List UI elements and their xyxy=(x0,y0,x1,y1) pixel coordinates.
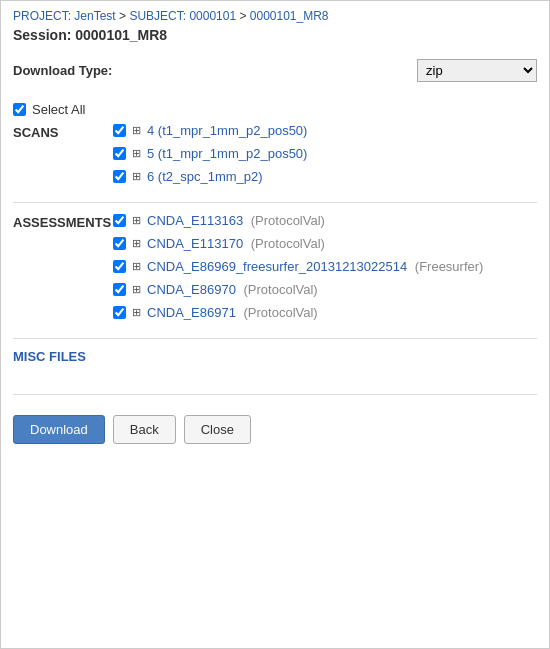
download-button[interactable]: Download xyxy=(13,415,105,444)
assessment-checkbox-2[interactable] xyxy=(113,237,126,250)
assessment-checkbox-4[interactable] xyxy=(113,283,126,296)
back-button[interactable]: Back xyxy=(113,415,176,444)
assessment-type-5: (ProtocolVal) xyxy=(240,305,318,320)
scans-label: SCANS xyxy=(13,123,113,184)
assessment-expand-1[interactable]: ⊞ xyxy=(132,214,141,227)
assessments-label: ASSESSMENTS xyxy=(13,213,113,320)
assessment-type-1: (ProtocolVal) xyxy=(247,213,325,228)
assessment-checkbox-1[interactable] xyxy=(113,214,126,227)
scan-item-1: ⊞ 4 (t1_mpr_1mm_p2_pos50) xyxy=(113,123,307,138)
scans-items: ⊞ 4 (t1_mpr_1mm_p2_pos50) ⊞ 5 (t1_mpr_1m… xyxy=(113,123,307,184)
assessment-item-3: ⊞ CNDA_E86969_freesurfer_20131213022514 … xyxy=(113,259,483,274)
assessment-link-3[interactable]: CNDA_E86969_freesurfer_20131213022514 xyxy=(147,259,407,274)
footer-buttons: Download Back Close xyxy=(13,405,537,444)
breadcrumb-subject[interactable]: SUBJECT: 0000101 xyxy=(129,9,236,23)
breadcrumb-project[interactable]: PROJECT: JenTest xyxy=(13,9,116,23)
scan-checkbox-3[interactable] xyxy=(113,170,126,183)
assessment-item-2: ⊞ CNDA_E113170 (ProtocolVal) xyxy=(113,236,483,251)
select-all-checkbox[interactable] xyxy=(13,103,26,116)
breadcrumb-session[interactable]: 0000101_MR8 xyxy=(250,9,329,23)
scans-section: SCANS ⊞ 4 (t1_mpr_1mm_p2_pos50) ⊞ 5 (t1_… xyxy=(13,123,537,184)
scan-checkbox-1[interactable] xyxy=(113,124,126,137)
divider-3 xyxy=(13,394,537,395)
breadcrumb-sep1: > xyxy=(119,9,129,23)
assessment-type-4: (ProtocolVal) xyxy=(240,282,318,297)
misc-section: MISC FILES xyxy=(13,349,537,364)
page-wrapper: PROJECT: JenTest > SUBJECT: 0000101 > 00… xyxy=(0,0,550,649)
select-all-label: Select All xyxy=(32,102,85,117)
assessment-item-4: ⊞ CNDA_E86970 (ProtocolVal) xyxy=(113,282,483,297)
assessments-section: ASSESSMENTS ⊞ CNDA_E113163 (ProtocolVal)… xyxy=(13,213,537,320)
assessment-link-5[interactable]: CNDA_E86971 xyxy=(147,305,236,320)
assessment-expand-5[interactable]: ⊞ xyxy=(132,306,141,319)
expand-icon-2[interactable]: ⊞ xyxy=(132,147,141,160)
assessment-link-2[interactable]: CNDA_E113170 xyxy=(147,236,243,251)
assessment-link-4[interactable]: CNDA_E86970 xyxy=(147,282,236,297)
session-title: Session: 0000101_MR8 xyxy=(13,27,537,43)
expand-icon-1[interactable]: ⊞ xyxy=(132,124,141,137)
misc-files-label: MISC FILES xyxy=(13,349,537,364)
assessment-checkbox-3[interactable] xyxy=(113,260,126,273)
assessment-expand-2[interactable]: ⊞ xyxy=(132,237,141,250)
select-all-row: Select All xyxy=(13,102,537,117)
assessment-link-1[interactable]: CNDA_E113163 xyxy=(147,213,243,228)
divider-1 xyxy=(13,202,537,203)
assessment-item-5: ⊞ CNDA_E86971 (ProtocolVal) xyxy=(113,305,483,320)
breadcrumb-sep2: > xyxy=(239,9,249,23)
scan-link-1[interactable]: 4 (t1_mpr_1mm_p2_pos50) xyxy=(147,123,307,138)
close-button[interactable]: Close xyxy=(184,415,251,444)
assessment-expand-4[interactable]: ⊞ xyxy=(132,283,141,296)
scan-item-2: ⊞ 5 (t1_mpr_1mm_p2_pos50) xyxy=(113,146,307,161)
scan-item-3: ⊞ 6 (t2_spc_1mm_p2) xyxy=(113,169,307,184)
assessment-type-2: (ProtocolVal) xyxy=(247,236,325,251)
download-type-row: Download Type: zip tar.gz xyxy=(13,59,537,82)
scan-link-3[interactable]: 6 (t2_spc_1mm_p2) xyxy=(147,169,263,184)
download-type-select[interactable]: zip tar.gz xyxy=(417,59,537,82)
expand-icon-3[interactable]: ⊞ xyxy=(132,170,141,183)
scan-checkbox-2[interactable] xyxy=(113,147,126,160)
assessments-items: ⊞ CNDA_E113163 (ProtocolVal) ⊞ CNDA_E113… xyxy=(113,213,483,320)
assessment-expand-3[interactable]: ⊞ xyxy=(132,260,141,273)
download-type-label: Download Type: xyxy=(13,63,112,78)
divider-2 xyxy=(13,338,537,339)
scan-link-2[interactable]: 5 (t1_mpr_1mm_p2_pos50) xyxy=(147,146,307,161)
assessment-item-1: ⊞ CNDA_E113163 (ProtocolVal) xyxy=(113,213,483,228)
assessment-checkbox-5[interactable] xyxy=(113,306,126,319)
assessment-type-3: (Freesurfer) xyxy=(411,259,483,274)
breadcrumb: PROJECT: JenTest > SUBJECT: 0000101 > 00… xyxy=(13,9,537,23)
